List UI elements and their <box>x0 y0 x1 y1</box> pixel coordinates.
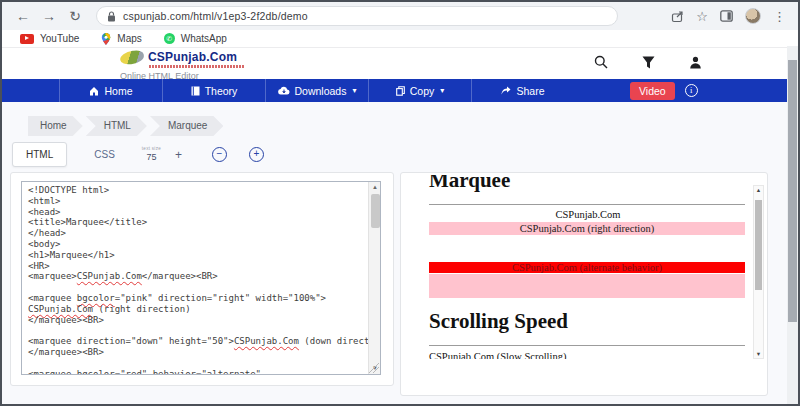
decrease-size-button[interactable]: − <box>212 147 227 162</box>
nav-home[interactable]: Home <box>59 79 162 102</box>
code-content[interactable]: <!DOCTYPE html><html><head><title>Marque… <box>22 182 368 374</box>
scrollbar-thumb[interactable] <box>755 200 762 290</box>
nav-label: Copy <box>410 85 435 97</box>
nav-label: Theory <box>205 85 238 97</box>
bookmark-star-icon[interactable]: ☆ <box>696 9 708 24</box>
nav-share[interactable]: Share <box>471 79 574 102</box>
book-icon <box>191 86 200 96</box>
whatsapp-icon: ✆ <box>164 33 175 44</box>
editor-toolbar: HTML CSS text size 75 + − + <box>12 142 264 167</box>
back-icon[interactable]: ← <box>10 8 36 24</box>
nav-label: Share <box>516 85 544 97</box>
preview-hr <box>429 345 745 346</box>
forward-icon[interactable]: → <box>36 8 62 24</box>
preview-viewport: Marquee CSPunjab.Com CSPunjab.Com (right… <box>403 175 747 359</box>
preview-heading-scrolling-speed: Scrolling Speed <box>429 309 747 334</box>
address-bar[interactable]: cspunjab.com/html/v1ep3-2f2db/demo <box>96 6 618 26</box>
info-icon[interactable]: i <box>685 84 698 97</box>
scroll-up-icon[interactable]: ▲ <box>754 187 763 193</box>
bookmark-label: WhatsApp <box>181 33 227 44</box>
tab-html[interactable]: HTML <box>12 142 67 167</box>
home-icon <box>89 86 99 96</box>
breadcrumb: Home HTML Marquee <box>28 116 226 136</box>
breadcrumb-marquee[interactable]: Marquee <box>150 116 223 136</box>
logo-graphic-icon <box>119 49 145 65</box>
bookmark-maps[interactable]: Maps <box>101 33 141 45</box>
chevron-down-icon: ▾ <box>352 86 356 95</box>
nav-theory[interactable]: Theory <box>162 79 265 102</box>
preview-heading-marquee: Marquee <box>429 175 747 193</box>
bookmark-label: YouTube <box>40 33 79 44</box>
nav-downloads[interactable]: Downloads ▾ <box>265 79 368 102</box>
text-size-control: text size 75 <box>142 147 161 162</box>
resize-grip[interactable] <box>369 363 379 373</box>
tab-css[interactable]: CSS <box>81 143 128 166</box>
nav-label: Downloads <box>295 85 347 97</box>
site-logo[interactable]: CSPunjab.Com Online HTML Editor <box>120 50 245 81</box>
scroll-up-icon[interactable]: ▲ <box>369 182 381 193</box>
code-editor-card: <!DOCTYPE html><html><head><title>Marque… <box>10 172 394 386</box>
site-header: CSPunjab.Com Online HTML Editor <box>2 48 798 79</box>
person-icon[interactable] <box>689 56 702 69</box>
marquee-plain: CSPunjab.Com <box>429 209 747 220</box>
breadcrumb-html[interactable]: HTML <box>86 116 147 136</box>
browser-window: ← → ↻ cspunjab.com/html/v1ep3-2f2db/demo… <box>0 0 800 406</box>
url-text: cspunjab.com/html/v1ep3-2f2db/demo <box>123 10 308 22</box>
increase-size-button[interactable]: + <box>249 147 264 162</box>
marquee-slow-scrolling: CSPunjab.Com (Slow Scrolling) <box>429 351 747 359</box>
breadcrumb-home[interactable]: Home <box>28 116 83 136</box>
menu-dots-icon[interactable]: ⋮ <box>773 9 786 24</box>
marquee-alternate: CSPunjab.Com (alternate behavior) <box>429 262 745 273</box>
video-button[interactable]: Video <box>630 82 675 100</box>
marquee-right-direction: CSPunjab.Com (right direction) <box>429 222 745 235</box>
preview-card: Marquee CSPunjab.Com CSPunjab.Com (right… <box>400 172 768 396</box>
bookmark-youtube[interactable]: YouTube <box>20 33 79 44</box>
page-content: Home HTML Marquee HTML CSS text size 75 … <box>2 102 798 404</box>
search-icon[interactable] <box>594 55 608 69</box>
nav-copy[interactable]: Copy ▾ <box>368 79 471 102</box>
side-panel-icon[interactable] <box>720 10 733 22</box>
cloud-download-icon <box>278 86 290 95</box>
text-size-value: 75 <box>146 153 156 162</box>
textarea-scrollbar[interactable]: ▲ ▼ <box>368 182 380 374</box>
reload-icon[interactable]: ↻ <box>62 8 88 24</box>
marquee-down-direction <box>429 235 747 260</box>
share-arrow-icon <box>501 86 511 95</box>
youtube-icon <box>20 34 34 44</box>
preview-hr <box>429 204 745 205</box>
lock-icon <box>107 11 116 22</box>
add-tab-button[interactable]: + <box>175 148 182 162</box>
chevron-down-icon: ▾ <box>440 86 444 95</box>
logo-tagline <box>149 65 245 68</box>
filter-icon[interactable] <box>642 56 655 69</box>
bookmark-whatsapp[interactable]: ✆ WhatsApp <box>164 33 227 44</box>
bookmark-label: Maps <box>117 33 141 44</box>
scrollbar-thumb[interactable] <box>371 194 380 228</box>
scrollbar-thumb[interactable] <box>788 60 797 322</box>
window-scrollbar[interactable] <box>787 46 798 404</box>
marquee-pink-empty <box>429 274 745 298</box>
nav-label: Home <box>104 85 132 97</box>
browser-toolbar: ← → ↻ cspunjab.com/html/v1ep3-2f2db/demo… <box>2 2 798 30</box>
share-page-icon[interactable] <box>671 10 684 23</box>
profile-avatar[interactable] <box>745 8 761 24</box>
main-navigation: Home Theory Downloads ▾ Copy ▾ <box>2 79 798 102</box>
copy-icon <box>396 86 405 96</box>
code-textarea[interactable]: <!DOCTYPE html><html><head><title>Marque… <box>21 181 381 375</box>
bookmarks-bar: YouTube Maps ✆ WhatsApp <box>2 30 798 48</box>
scroll-down-icon[interactable]: ▼ <box>754 351 763 357</box>
logo-text: CSPunjab.Com <box>148 50 237 64</box>
preview-scrollbar[interactable]: ▲ ▼ <box>753 185 764 359</box>
maps-pin-icon <box>101 33 111 45</box>
